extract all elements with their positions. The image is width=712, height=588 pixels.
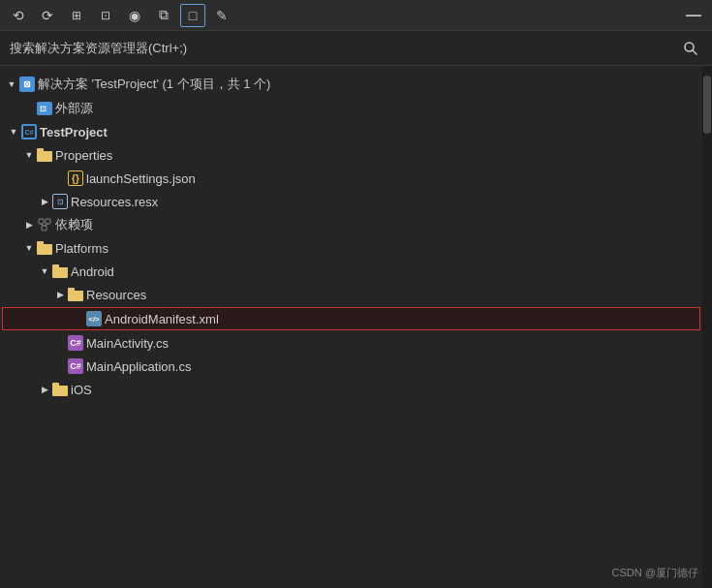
testproject-item[interactable]: C# TestProject [0, 120, 702, 143]
launch-settings-icon: {} [68, 170, 83, 186]
properties-label: Properties [55, 148, 112, 163]
main-application-label: MainApplication.cs [86, 359, 191, 374]
svg-rect-11 [37, 244, 52, 255]
main-application-icon: C# [68, 358, 83, 374]
platforms-label: Platforms [55, 241, 108, 256]
solution-header[interactable]: ⊠ 解决方案 'TestProject' (1 个项目，共 1 个) [0, 72, 702, 97]
properties-arrow [21, 147, 37, 163]
testproject-label: TestProject [40, 125, 108, 139]
testproject-icon: C# [21, 124, 37, 139]
main-activity-icon: C# [68, 335, 83, 351]
scrollbar-thumb[interactable] [703, 76, 711, 134]
svg-text:⊡: ⊡ [40, 105, 46, 113]
android-resources-label: Resources [86, 288, 146, 302]
dependencies-item[interactable]: 依赖项 [0, 213, 702, 236]
android-arrow [37, 263, 52, 279]
dependencies-label: 依赖项 [55, 216, 93, 233]
toolbar-btn-box[interactable]: □ [180, 4, 205, 27]
toolbar: ⟲ ⟳ ⊞ ⊡ ◉ ⧉ □ ✎ — [0, 0, 712, 31]
toolbar-btn-circle[interactable]: ◉ [122, 4, 147, 27]
toolbar-btn-forward[interactable]: ⟳ [35, 4, 60, 27]
platforms-arrow [21, 240, 37, 256]
android-manifest-icon: </> [86, 311, 102, 326]
external-sources-label: 外部源 [55, 100, 93, 117]
android-item[interactable]: Android [0, 260, 702, 283]
android-resources-arrow [52, 287, 68, 302]
scrollbar[interactable] [702, 66, 712, 588]
platforms-item[interactable]: Platforms [0, 236, 702, 260]
ios-item[interactable]: iOS [0, 378, 702, 401]
android-folder-icon [52, 264, 68, 278]
svg-rect-16 [68, 288, 75, 292]
svg-line-1 [693, 50, 697, 54]
toolbar-btn-collapse[interactable]: ⊡ [93, 4, 118, 27]
svg-rect-14 [52, 264, 59, 268]
search-bar: 搜索解决方案资源管理器(Ctrl+;) [0, 31, 712, 66]
svg-rect-7 [46, 219, 50, 224]
android-manifest-item[interactable]: </> AndroidManifest.xml [2, 307, 700, 330]
search-bar-label: 搜索解决方案资源管理器(Ctrl+;) [10, 40, 671, 57]
toolbar-btn-expand-all[interactable]: ⊞ [64, 4, 89, 27]
ios-label: iOS [71, 383, 92, 397]
resources-resx-arrow [37, 194, 52, 209]
ios-arrow [37, 382, 52, 397]
tree-panel: ⊠ 解决方案 'TestProject' (1 个项目，共 1 个) ⊡ 外部源… [0, 66, 702, 588]
dependencies-icon [37, 217, 52, 232]
svg-rect-17 [52, 386, 68, 396]
android-resources-folder-icon [68, 288, 83, 301]
resources-resx-icon: ⊡ [52, 194, 68, 209]
launch-settings-label: launchSettings.json [86, 171, 196, 186]
main-activity-label: MainActivity.cs [86, 336, 169, 351]
solution-label: 解决方案 'TestProject' (1 个项目，共 1 个) [38, 76, 270, 93]
svg-rect-13 [52, 267, 68, 278]
main-container: ⊠ 解决方案 'TestProject' (1 个项目，共 1 个) ⊡ 外部源… [0, 66, 712, 588]
toolbar-btn-minimize[interactable]: — [681, 4, 706, 27]
svg-rect-15 [68, 291, 83, 301]
android-manifest-label: AndroidManifest.xml [105, 312, 219, 326]
toolbar-btn-split[interactable]: ⧉ [151, 4, 176, 27]
properties-folder-icon [37, 148, 52, 162]
platforms-folder-icon [37, 241, 52, 255]
svg-rect-4 [37, 151, 52, 162]
svg-rect-18 [52, 383, 59, 387]
svg-rect-5 [37, 148, 44, 152]
ios-folder-icon [52, 383, 68, 396]
dependencies-arrow [21, 217, 37, 232]
testproject-arrow [6, 124, 21, 139]
solution-icon: ⊠ [19, 77, 35, 92]
svg-rect-8 [42, 226, 46, 231]
solution-expand-arrow [4, 77, 19, 92]
android-label: Android [71, 264, 114, 279]
properties-item[interactable]: Properties [0, 143, 702, 167]
external-sources-item[interactable]: ⊡ 外部源 [0, 97, 702, 120]
resources-resx-item[interactable]: ⊡ Resources.resx [0, 190, 702, 213]
resources-resx-label: Resources.resx [71, 195, 158, 209]
android-resources-item[interactable]: Resources [0, 283, 702, 306]
svg-rect-12 [37, 241, 44, 245]
main-application-item[interactable]: C# MainApplication.cs [0, 355, 702, 378]
external-sources-icon: ⊡ [37, 102, 52, 115]
toolbar-btn-back[interactable]: ⟲ [6, 4, 31, 27]
search-button[interactable] [679, 37, 702, 60]
launch-settings-item[interactable]: {} launchSettings.json [0, 167, 702, 190]
svg-rect-6 [39, 219, 44, 224]
toolbar-btn-pencil[interactable]: ✎ [209, 4, 234, 27]
main-activity-item[interactable]: C# MainActivity.cs [0, 331, 702, 355]
